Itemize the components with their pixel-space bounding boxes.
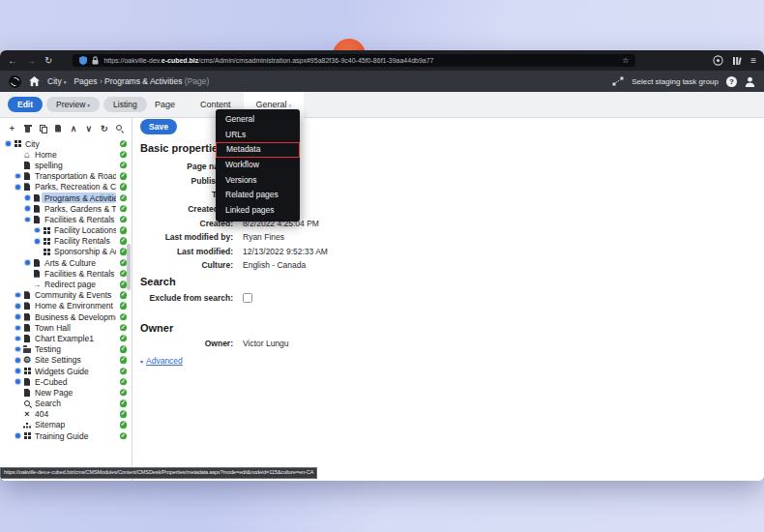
tree-item-facilities-rentals-broken-pa[interactable]: Facilities & Rentals Broken Pa xyxy=(0,268,132,279)
account-shield-icon[interactable] xyxy=(713,55,723,66)
expand-toggle-icon[interactable] xyxy=(14,347,22,352)
edit-button[interactable]: Edit xyxy=(8,97,43,112)
menu-item-related-pages[interactable]: Related pages xyxy=(216,188,300,203)
expand-toggle-icon[interactable] xyxy=(14,379,22,384)
content-tree-panel: +∧∨↻ City⌂HomespellingTransportation & R… xyxy=(0,118,132,481)
move-up-icon[interactable]: ∧ xyxy=(70,124,78,133)
bookmark-star-icon[interactable]: ☆ xyxy=(622,56,629,65)
published-check-icon xyxy=(120,184,128,192)
exclude-from-search-checkbox[interactable] xyxy=(243,293,252,303)
move-down-icon[interactable]: ∨ xyxy=(84,124,93,133)
expand-toggle-icon[interactable] xyxy=(33,239,42,244)
expand-toggle-icon[interactable] xyxy=(14,174,22,179)
expand-toggle-icon[interactable] xyxy=(14,326,22,331)
expand-toggle-icon[interactable] xyxy=(14,314,22,319)
tree-scrollbar[interactable] xyxy=(127,244,131,290)
exclude-from-search-label: Exclude from search: xyxy=(132,293,243,303)
tree-item-site-settings[interactable]: ⚙Site Settings xyxy=(0,355,132,366)
breadcrumb-separator: › xyxy=(100,76,103,86)
tree-item-widgets-guide[interactable]: Widgets Guide xyxy=(0,366,132,376)
tree-item-arts-culture[interactable]: Arts & Culture xyxy=(0,257,132,268)
staging-label[interactable]: Select staging task group xyxy=(632,77,719,86)
menu-item-urls[interactable]: URLs xyxy=(216,128,300,143)
copy-icon[interactable] xyxy=(39,124,47,133)
doc-icon xyxy=(32,215,42,224)
expand-toggle-icon[interactable] xyxy=(14,293,22,298)
tree-item-label: Transportation & Roads xyxy=(32,171,116,182)
tree-item-facilities-rentals[interactable]: Facilities & Rentals xyxy=(0,214,132,224)
advanced-toggle[interactable]: ▾ Advanced xyxy=(140,356,183,366)
tree-item-training-guide[interactable]: Training Guide xyxy=(0,430,132,441)
tree-item-community-events[interactable]: Community & Events xyxy=(0,290,132,301)
expand-toggle-icon[interactable] xyxy=(14,304,22,309)
address-bar[interactable]: https://oakville-dev.e-cubed.biz/cms/Adm… xyxy=(73,54,635,67)
reload-icon[interactable]: ↻ xyxy=(44,50,52,71)
menu-item-metadata[interactable]: Metadata xyxy=(216,142,300,158)
save-button[interactable]: Save xyxy=(140,119,177,134)
delete-icon[interactable] xyxy=(23,124,32,133)
expand-toggle-icon[interactable] xyxy=(23,260,32,265)
tree-item-transportation-roads[interactable]: Transportation & Roads xyxy=(0,171,132,182)
tree-item-label: 404 xyxy=(32,409,51,420)
breadcrumb: Pages › Programs & Activities (Page) xyxy=(73,76,209,86)
expand-toggle-icon[interactable] xyxy=(4,141,13,146)
tree-item-e-cubed[interactable]: E-Cubed xyxy=(0,376,132,387)
published-check-icon xyxy=(120,140,128,148)
tree-item-facility-rentals[interactable]: Facility Rentals xyxy=(0,236,132,247)
tree-item-home-environment[interactable]: Home & Environment xyxy=(0,301,132,311)
preview-button[interactable]: Preview▾ xyxy=(46,97,100,112)
home-icon: ⌂ xyxy=(22,150,32,160)
home-icon[interactable] xyxy=(29,76,40,86)
menu-item-general[interactable]: General xyxy=(216,112,300,128)
menu-icon[interactable]: ≡ xyxy=(750,50,756,71)
expand-toggle-icon[interactable] xyxy=(33,228,42,233)
site-selector[interactable]: City▾ xyxy=(47,76,66,86)
tree-item-city[interactable]: City xyxy=(0,138,132,149)
expand-toggle-icon[interactable] xyxy=(14,185,22,190)
tree-item-label: Parks, Gardens & Trails xyxy=(42,203,116,214)
expand-toggle-icon[interactable] xyxy=(14,337,22,341)
menu-item-versions[interactable]: Versions xyxy=(216,173,300,189)
help-icon[interactable]: ? xyxy=(726,76,737,87)
tree-item-parks-recreation-culture[interactable]: Parks, Recreation & Culture xyxy=(0,182,132,192)
menu-item-linked-pages[interactable]: Linked pages xyxy=(216,203,300,219)
menu-item-workflow[interactable]: Workflow xyxy=(216,158,300,173)
tree-item-town-hall[interactable]: Town Hall xyxy=(0,322,132,333)
tree-item-search[interactable]: Search xyxy=(0,399,132,409)
tree-item-spelling[interactable]: spelling xyxy=(0,160,132,170)
tab-page[interactable]: Page xyxy=(142,92,188,118)
refresh-icon[interactable]: ↻ xyxy=(100,124,108,133)
forward-icon[interactable]: → xyxy=(26,50,36,71)
back-icon[interactable]: ← xyxy=(8,50,17,71)
cms-logo-icon[interactable] xyxy=(9,75,21,88)
expand-toggle-icon[interactable] xyxy=(14,433,22,438)
expand-toggle-icon[interactable] xyxy=(23,195,32,200)
listing-button[interactable]: Listing xyxy=(103,97,147,112)
property-value: Ryan Fines xyxy=(243,232,284,242)
tree-item-sponsorship-advertising[interactable]: Sponsorship & Advertising xyxy=(0,247,132,257)
tree-item-parks-gardens-trails[interactable]: Parks, Gardens & Trails xyxy=(0,203,132,214)
tree-item-programs-activities[interactable]: Programs & Activities xyxy=(0,192,132,203)
tree-item-facility-locations[interactable]: Facility Locations xyxy=(0,225,132,236)
expand-toggle-icon[interactable] xyxy=(14,358,22,363)
search-icon[interactable] xyxy=(115,124,124,133)
staging-icon[interactable] xyxy=(612,76,624,86)
library-icon[interactable] xyxy=(732,56,742,66)
tree-item-sitemap[interactable]: Sitemap xyxy=(0,420,132,430)
tree-item-home[interactable]: ⌂Home xyxy=(0,149,132,160)
user-icon[interactable] xyxy=(745,76,755,87)
add-icon[interactable]: + xyxy=(8,124,16,133)
breadcrumb-pages[interactable]: Pages xyxy=(73,76,97,86)
tree-item-label: E-Cubed xyxy=(32,376,71,387)
tree-item-business-development[interactable]: Business & Development xyxy=(0,311,132,322)
tracking-shield-icon[interactable] xyxy=(79,56,87,65)
move-icon[interactable] xyxy=(54,124,63,133)
expand-toggle-icon[interactable] xyxy=(23,218,32,222)
tree-item-new-page[interactable]: New Page xyxy=(0,387,132,398)
tree-item-redirect-page[interactable]: →Redirect page xyxy=(0,279,132,289)
expand-toggle-icon[interactable] xyxy=(14,369,22,373)
expand-toggle-icon[interactable] xyxy=(23,206,32,211)
tree-item-testing[interactable]: Testing xyxy=(0,344,132,355)
tree-item-chart-example1[interactable]: Chart Example1 xyxy=(0,333,132,343)
tree-item-404[interactable]: ×404 xyxy=(0,409,132,420)
